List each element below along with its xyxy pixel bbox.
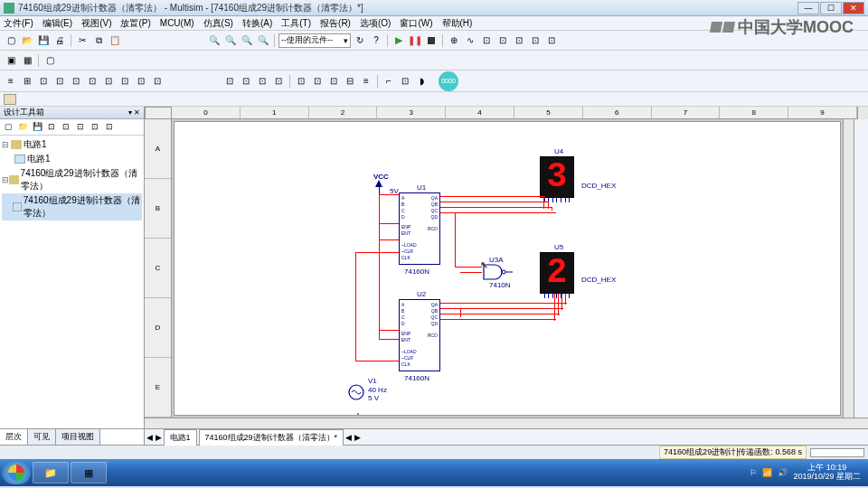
place7-icon[interactable]: ⊡: [326, 74, 341, 89]
tree-item[interactable]: ⊟电路1: [2, 137, 142, 152]
paste-icon[interactable]: 📋: [108, 33, 122, 48]
comp5-icon[interactable]: ⊡: [69, 74, 83, 89]
ground-symbol[interactable]: [352, 413, 364, 416]
place8-icon[interactable]: ⊟: [343, 74, 357, 89]
place11-icon[interactable]: ⊡: [398, 74, 412, 89]
schematic-canvas[interactable]: VCC 5V U1 ABCD QAQBQCQD ENPENT RCO ~LOAD…: [174, 121, 841, 416]
comp3-icon[interactable]: ⊡: [36, 74, 51, 89]
comp2-icon[interactable]: ⊞: [20, 74, 34, 89]
new-icon[interactable]: ▢: [4, 33, 18, 48]
tree-t5-icon[interactable]: ⊡: [103, 121, 116, 134]
system-tray[interactable]: ⚐ 📶 🔊 上午 10:19 2019/10/29 星期二: [750, 464, 866, 482]
menu-simulate[interactable]: 仿真(S): [203, 17, 233, 30]
scope2-icon[interactable]: ⊡: [479, 33, 494, 48]
menu-mcu[interactable]: MCU(M): [160, 18, 194, 28]
close-button[interactable]: ✕: [843, 2, 864, 14]
cut-icon[interactable]: ✂: [75, 33, 90, 48]
scope5-icon[interactable]: ⊡: [528, 33, 542, 48]
copy-icon[interactable]: ⧉: [91, 33, 106, 48]
start-button[interactable]: [2, 461, 31, 484]
design-icon[interactable]: [4, 94, 16, 105]
menu-edit[interactable]: 编辑(E): [42, 17, 72, 30]
u5-display[interactable]: 2: [540, 252, 574, 294]
component-dropdown[interactable]: --使用的元件--▾: [278, 33, 351, 48]
tray-clock[interactable]: 上午 10:19 2019/10/29 星期二: [793, 464, 861, 482]
fullscreen-icon[interactable]: ▣: [4, 53, 18, 68]
comp10-icon[interactable]: ⊡: [150, 74, 165, 89]
print-icon[interactable]: 🖨: [52, 33, 67, 48]
tree-open-icon[interactable]: 📁: [16, 121, 29, 134]
save-icon[interactable]: 💾: [36, 33, 51, 48]
u2-chip[interactable]: ABCD QAQBQCQD ENPENT RCO ~LOAD~CLRCLK: [399, 299, 440, 371]
menu-reports[interactable]: 报告(R): [320, 17, 351, 30]
zoom-in-icon[interactable]: 🔍: [207, 33, 222, 48]
help-icon[interactable]: ?: [369, 33, 383, 48]
menu-transfer[interactable]: 转换(A): [242, 17, 272, 30]
tree-item[interactable]: 电路1: [2, 152, 142, 166]
place1-icon[interactable]: ⊡: [222, 74, 237, 89]
zoom-fit-icon[interactable]: 🔍: [256, 33, 270, 48]
open-icon[interactable]: 📂: [20, 33, 34, 48]
stop-icon[interactable]: [424, 33, 439, 48]
menu-help[interactable]: 帮助(H): [442, 17, 473, 30]
minimize-button[interactable]: —: [797, 2, 819, 14]
comp8-icon[interactable]: ⊡: [118, 74, 132, 89]
tab-visible[interactable]: 可见: [28, 429, 56, 445]
run-icon[interactable]: ▶: [392, 33, 406, 48]
doc-tab-1[interactable]: 电路1: [164, 429, 197, 446]
place12-icon[interactable]: ◗: [414, 74, 429, 89]
place2-icon[interactable]: ⊡: [239, 74, 253, 89]
menu-view[interactable]: 视图(V): [81, 17, 111, 30]
vcc-symbol[interactable]: [375, 180, 382, 187]
refresh-icon[interactable]: ↻: [353, 33, 367, 48]
place10-icon[interactable]: ⌐: [382, 74, 396, 89]
tray-flag-icon[interactable]: ⚐: [750, 468, 757, 477]
place6-icon[interactable]: ⊡: [310, 74, 325, 89]
grid-icon[interactable]: ▦: [20, 53, 34, 68]
place5-icon[interactable]: ⊡: [294, 74, 308, 89]
vertical-scrollbar[interactable]: [843, 119, 854, 418]
doc-tab-2[interactable]: 74160组成29进制计数器（清零法）*: [199, 429, 344, 446]
place4-icon[interactable]: ⊡: [271, 74, 286, 89]
menu-tools[interactable]: 工具(T): [281, 17, 311, 30]
tree-save-icon[interactable]: 💾: [31, 121, 43, 134]
tree-new-icon[interactable]: ▢: [2, 121, 14, 134]
horizontal-scrollbar[interactable]: [145, 418, 868, 428]
tab-project[interactable]: 项目视图: [56, 429, 100, 445]
tray-volume-icon[interactable]: 🔊: [778, 468, 788, 477]
scope4-icon[interactable]: ⊡: [512, 33, 526, 48]
tab-hierarchy[interactable]: 层次: [0, 429, 28, 445]
tree-item[interactable]: 74160组成29进制计数器（清零法）: [2, 193, 142, 221]
menu-window[interactable]: 窗口(W): [400, 17, 432, 30]
pause-icon[interactable]: ❚❚: [408, 33, 422, 48]
taskbar-item-explorer[interactable]: 📁: [33, 462, 69, 483]
tree-item[interactable]: ⊟74160组成29进制计数器（清零法）: [2, 166, 142, 193]
place9-icon[interactable]: ≡: [359, 74, 373, 89]
v1-source[interactable]: [348, 384, 364, 402]
tree-t4-icon[interactable]: ⊡: [89, 121, 101, 134]
menu-place[interactable]: 放置(P): [120, 17, 150, 30]
taskbar-item-multisim[interactable]: ▦: [71, 462, 107, 483]
comp4-icon[interactable]: ⊡: [52, 74, 67, 89]
menu-options[interactable]: 选项(O): [360, 17, 391, 30]
toggle1-icon[interactable]: ▢: [42, 53, 57, 68]
zoom-area-icon[interactable]: 🔍: [240, 33, 254, 48]
maximize-button[interactable]: ☐: [820, 2, 842, 14]
comp6-icon[interactable]: ⊡: [85, 74, 99, 89]
u1-chip[interactable]: ABCD QAQBQCQD ENPENT RCO ~LOAD~CLRCLK: [399, 192, 440, 265]
scope6-icon[interactable]: ⊡: [544, 33, 559, 48]
zoom-out-icon[interactable]: 🔍: [223, 33, 238, 48]
comp9-icon[interactable]: ⊡: [134, 74, 148, 89]
comp1-icon[interactable]: ≡: [4, 74, 18, 89]
u4-display[interactable]: 3: [540, 156, 574, 198]
menu-file[interactable]: 文件(F): [4, 17, 33, 30]
tree-t1-icon[interactable]: ⊡: [45, 121, 58, 134]
scope3-icon[interactable]: ⊡: [495, 33, 510, 48]
tree-t2-icon[interactable]: ⊡: [60, 121, 72, 134]
comp7-icon[interactable]: ⊡: [101, 74, 116, 89]
tray-network-icon[interactable]: 📶: [762, 468, 772, 477]
place3-icon[interactable]: ⊡: [255, 74, 269, 89]
probe-icon[interactable]: ⊕: [447, 33, 461, 48]
tree-t3-icon[interactable]: ⊡: [74, 121, 87, 134]
scope1-icon[interactable]: ∿: [463, 33, 477, 48]
